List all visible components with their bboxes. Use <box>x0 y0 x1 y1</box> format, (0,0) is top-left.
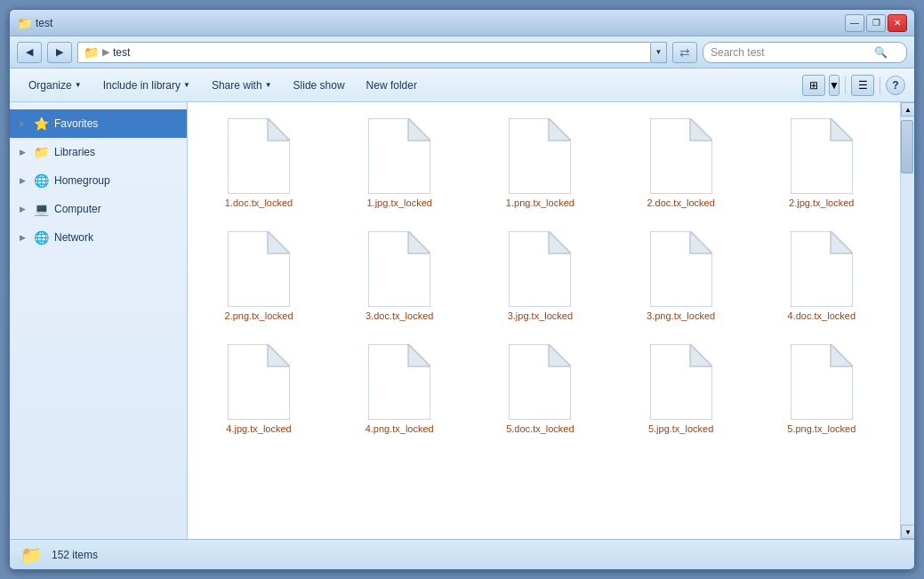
file-item[interactable]: 1.png.tx_locked <box>478 111 602 215</box>
file-item[interactable]: 3.jpg.tx_locked <box>478 224 602 328</box>
sidebar-item-homegroup[interactable]: ▶ 🌐 Homegroup <box>10 166 187 195</box>
address-dropdown-button[interactable]: ▼ <box>651 42 667 63</box>
file-icon <box>791 344 853 420</box>
file-name: 5.png.tx_locked <box>787 423 856 434</box>
slide-show-button[interactable]: Slide show <box>284 73 355 98</box>
scroll-down-button[interactable]: ▼ <box>901 525 914 539</box>
address-bar: ◀ ▶ 📁 ▶ test ▼ ⇄ 🔍 <box>10 36 914 68</box>
close-button[interactable]: ✕ <box>888 14 907 32</box>
file-name: 4.doc.tx_locked <box>788 310 856 321</box>
file-icon <box>368 344 430 420</box>
libraries-icon: 📁 <box>33 144 49 160</box>
share-with-button[interactable]: Share with ▼ <box>202 73 282 98</box>
file-item[interactable]: 3.doc.tx_locked <box>337 224 462 328</box>
forward-button[interactable]: ▶ <box>47 42 72 63</box>
view-details-button[interactable]: ▼ <box>829 75 840 96</box>
file-name: 3.png.tx_locked <box>647 310 715 321</box>
refresh-button[interactable]: ⇄ <box>672 42 697 63</box>
file-icon <box>368 118 430 194</box>
include-in-library-label: Include in library <box>103 79 181 92</box>
file-icon <box>368 231 430 307</box>
file-item[interactable]: 2.png.tx_locked <box>197 224 321 328</box>
svg-marker-15 <box>549 231 571 253</box>
organize-button[interactable]: Organize ▼ <box>19 73 92 98</box>
file-item[interactable]: 4.doc.tx_locked <box>759 224 884 328</box>
homegroup-label: Homegroup <box>54 174 110 187</box>
file-name: 1.png.tx_locked <box>506 197 574 208</box>
file-area: 1.doc.tx_locked 1.jpg.tx_locked 1.png.tx… <box>188 102 900 539</box>
help-button[interactable]: ? <box>886 76 905 95</box>
window-controls: — ❐ ✕ <box>845 14 907 32</box>
slide-show-label: Slide show <box>293 79 345 92</box>
path-text: test <box>113 46 130 59</box>
file-name: 1.doc.tx_locked <box>225 197 293 208</box>
svg-marker-2 <box>368 118 430 194</box>
search-input[interactable] <box>711 46 871 59</box>
status-folder-icon: 📁 <box>20 544 43 566</box>
toolbar-divider <box>845 76 846 94</box>
svg-marker-21 <box>268 344 290 366</box>
back-button[interactable]: ◀ <box>17 42 42 63</box>
svg-marker-11 <box>268 231 290 253</box>
file-icon <box>791 118 853 194</box>
toolbar-right: ⊞ ▼ ☰ ? <box>802 75 905 96</box>
address-field[interactable]: 📁 ▶ test <box>77 42 651 63</box>
path-separator: ▶ <box>102 46 109 58</box>
file-item[interactable]: 5.jpg.tx_locked <box>619 337 743 441</box>
sidebar-item-libraries[interactable]: ▶ 📁 Libraries <box>10 138 187 166</box>
file-icon <box>509 231 571 307</box>
status-item-count: 152 items <box>52 549 98 561</box>
title-bar-left: 📁 test <box>17 16 52 30</box>
file-icon <box>509 344 571 420</box>
svg-marker-13 <box>408 231 430 253</box>
new-folder-button[interactable]: New folder <box>357 73 427 98</box>
maximize-button[interactable]: ❐ <box>866 14 886 32</box>
computer-label: Computer <box>54 203 101 215</box>
file-icon <box>228 231 290 307</box>
file-item[interactable]: 5.png.tx_locked <box>759 337 884 441</box>
svg-marker-17 <box>690 231 712 253</box>
svg-marker-20 <box>228 344 290 420</box>
svg-marker-18 <box>791 231 853 307</box>
computer-expand-icon: ▶ <box>17 204 28 214</box>
file-name: 2.doc.tx_locked <box>647 197 714 208</box>
file-grid: 1.doc.tx_locked 1.jpg.tx_locked 1.png.tx… <box>197 111 891 441</box>
file-item[interactable]: 2.doc.tx_locked <box>619 111 743 215</box>
file-item[interactable]: 2.jpg.tx_locked <box>759 111 884 215</box>
svg-marker-27 <box>690 344 712 366</box>
svg-marker-3 <box>408 118 430 141</box>
sidebar-item-computer[interactable]: ▶ 💻 Computer <box>10 195 187 223</box>
title-bar: 📁 test — ❐ ✕ <box>10 10 914 36</box>
organize-label: Organize <box>28 79 72 92</box>
file-item[interactable]: 4.png.tx_locked <box>337 337 462 441</box>
sidebar-item-favorites[interactable]: ▶ ⭐ Favorites <box>10 109 187 138</box>
scroll-up-button[interactable]: ▲ <box>901 102 914 117</box>
include-in-library-button[interactable]: Include in library ▼ <box>93 73 200 98</box>
svg-marker-5 <box>549 118 571 141</box>
preview-pane-button[interactable]: ☰ <box>851 75 874 96</box>
file-name: 5.jpg.tx_locked <box>648 423 713 434</box>
file-item[interactable]: 3.png.tx_locked <box>619 224 743 328</box>
new-folder-label: New folder <box>366 79 417 92</box>
file-item[interactable]: 4.jpg.tx_locked <box>197 337 321 441</box>
scroll-thumb[interactable] <box>901 120 913 173</box>
file-name: 2.png.tx_locked <box>224 310 293 321</box>
file-item[interactable]: 5.doc.tx_locked <box>478 337 602 441</box>
file-item[interactable]: 1.doc.tx_locked <box>197 111 321 215</box>
view-toggle-button[interactable]: ⊞ <box>802 75 825 96</box>
network-icon: 🌐 <box>33 229 49 245</box>
sidebar-item-network[interactable]: ▶ 🌐 Network <box>10 223 187 252</box>
favorites-label: Favorites <box>54 117 98 130</box>
file-name: 1.jpg.tx_locked <box>366 197 431 208</box>
svg-marker-25 <box>549 344 571 366</box>
scroll-track <box>901 117 914 525</box>
svg-marker-28 <box>791 344 853 420</box>
window-title: test <box>36 17 52 29</box>
minimize-button[interactable]: — <box>845 14 864 32</box>
libraries-label: Libraries <box>54 146 95 158</box>
svg-marker-9 <box>831 118 853 141</box>
file-item[interactable]: 1.jpg.tx_locked <box>337 111 462 215</box>
path-folder-icon: 📁 <box>84 45 99 60</box>
file-icon <box>509 118 571 194</box>
file-name: 3.jpg.tx_locked <box>508 310 573 321</box>
